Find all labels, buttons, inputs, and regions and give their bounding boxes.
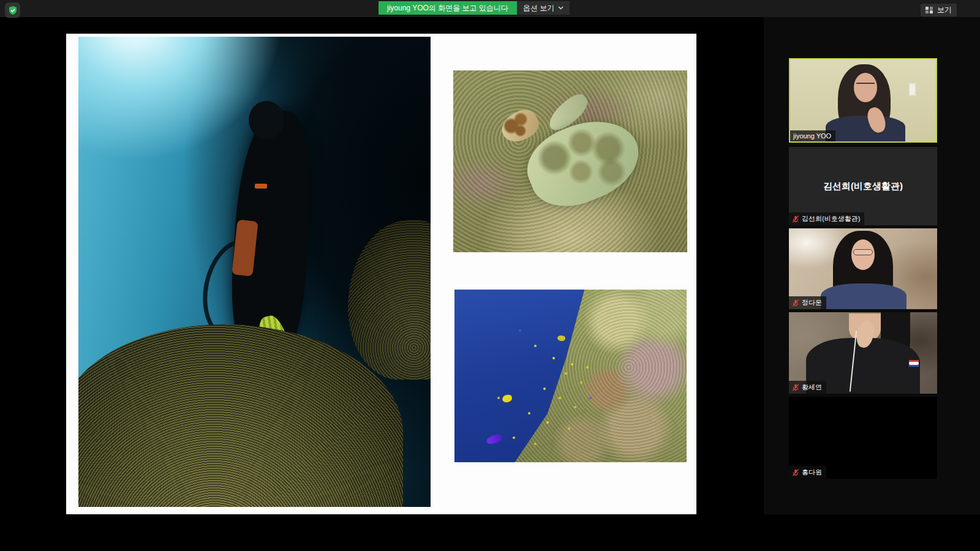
view-options-label: 옵션 보기	[523, 3, 554, 13]
chevron-down-icon	[558, 6, 564, 10]
coral-reef-photo	[454, 290, 687, 462]
participant-glasses	[853, 249, 873, 255]
view-options-button[interactable]: 옵션 보기	[517, 1, 570, 15]
participants-video-panel: jiyoung YOO 김선희(비호생활관) 김선희(비호생활관)	[764, 17, 980, 514]
viewing-screen-banner: jiyoung YOO의 화면을 보고 있습니다	[379, 1, 517, 15]
video-tile-jung-dawoon[interactable]: 정다운	[789, 228, 937, 309]
video-tile-hwang-seyeon[interactable]: 황세연	[789, 312, 937, 394]
diver-orange-tag	[255, 184, 267, 189]
turtle-head	[497, 105, 543, 148]
video-tile-kim-sunhee[interactable]: 김선희(비호생활관) 김선희(비호생활관)	[789, 147, 937, 225]
video-feed	[790, 59, 936, 141]
participant-name: 김선희(비호생활관)	[802, 214, 860, 223]
participant-name-tag: 정다운	[789, 296, 826, 309]
yellow-fish-small	[557, 335, 565, 342]
shield-check-icon	[8, 6, 18, 15]
grid-view-icon	[925, 6, 933, 14]
view-button-label: 보기	[937, 5, 952, 15]
video-tile-jiyoung-yoo[interactable]: jiyoung YOO	[789, 58, 937, 143]
screen-share-banner-group: jiyoung YOO의 화면을 보고 있습니다 옵션 보기	[379, 1, 570, 15]
scuba-diver-photo	[78, 37, 431, 507]
sea-fan-coral-bottom	[78, 324, 403, 507]
shared-screen-area	[0, 17, 764, 514]
yellow-fish-school	[571, 363, 573, 365]
participant-name-tag: 황세연	[789, 381, 826, 394]
korean-flag-patch	[909, 360, 919, 367]
video-tile-hong-dawon[interactable]: 홍다원	[789, 397, 937, 479]
participant-name: jiyoung YOO	[793, 132, 831, 140]
sea-fan-coral-right	[348, 220, 431, 380]
yellow-fish	[502, 394, 513, 403]
participant-name: 황세연	[802, 383, 822, 392]
muted-mic-icon	[792, 384, 799, 391]
participant-body	[821, 283, 907, 309]
light-switch	[908, 83, 916, 96]
purple-fish	[486, 433, 503, 445]
muted-mic-icon	[792, 216, 799, 223]
participant-glasses	[856, 83, 875, 88]
muted-mic-icon	[792, 469, 799, 476]
muted-mic-icon	[792, 299, 799, 307]
presentation-slide	[66, 34, 696, 514]
participant-name: 정다운	[802, 298, 822, 307]
sea-turtle-photo	[453, 70, 687, 252]
zoom-meeting-window: jiyoung YOO의 화면을 보고 있습니다 옵션 보기 보기	[0, 0, 980, 551]
participant-body	[826, 116, 905, 143]
participant-name-tag: 김선희(비호생활관)	[789, 212, 864, 225]
participant-name-tag: 홍다원	[789, 466, 826, 479]
participant-name: 홍다원	[802, 468, 822, 477]
participant-name-tag: jiyoung YOO	[790, 130, 835, 141]
security-shield-button[interactable]	[5, 2, 20, 18]
view-layout-button[interactable]: 보기	[921, 4, 957, 17]
top-bar: jiyoung YOO의 화면을 보고 있습니다 옵션 보기 보기	[0, 0, 980, 17]
diver-head	[249, 101, 284, 139]
